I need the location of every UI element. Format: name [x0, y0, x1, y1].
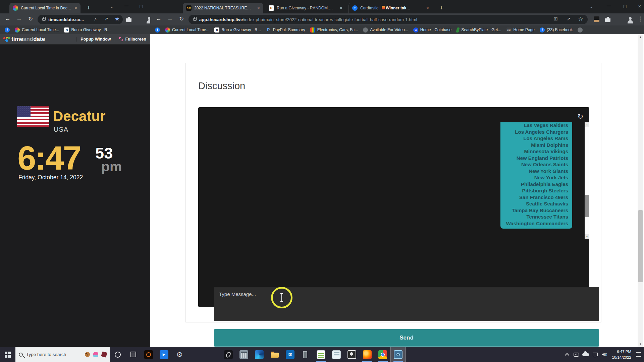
taskbar-search-box[interactable]: Type here to search	[15, 347, 110, 362]
tray-camera-icon[interactable]	[572, 347, 580, 362]
start-button[interactable]	[0, 347, 15, 362]
popup-window-button[interactable]: Popup Window	[76, 37, 115, 42]
facebook-bookmark-icon[interactable]: f	[155, 27, 160, 33]
forward-icon[interactable]: →	[15, 15, 23, 22]
forward-icon[interactable]: →	[166, 15, 174, 22]
bookmark-item[interactable]: Available For Video...	[363, 27, 408, 33]
bookmark-item[interactable]: PPayPal: Summary	[266, 27, 305, 33]
taskbar-app-libreoffice-calc[interactable]	[313, 347, 329, 362]
right-bookmarks-bar: f Current Local Time... RRun a Giveaway …	[150, 25, 644, 34]
team-row: New York Giants	[504, 168, 568, 175]
bookmark-item[interactable]: RRun a Giveaway - R...	[214, 27, 261, 33]
close-tab-icon[interactable]: ×	[426, 5, 429, 11]
taskbar-settings[interactable]: ⚙	[172, 347, 187, 362]
tab-random-org[interactable]: R Run a Giveaway - RANDOM.ORG ×	[265, 3, 346, 13]
extensions-puzzle-icon[interactable]	[126, 17, 131, 22]
taskbar-app-audio[interactable]	[221, 347, 236, 362]
share-icon[interactable]: ↗	[564, 16, 573, 21]
new-tab-button[interactable]: +	[85, 4, 93, 12]
chat-scroll-thumb[interactable]	[585, 195, 589, 217]
taskbar-app-firefox[interactable]	[360, 347, 375, 362]
extension-m-icon[interactable]	[594, 16, 599, 22]
facebook-favicon: f	[352, 5, 358, 11]
tab-facebook-cardtastic[interactable]: f Cardtastic | Winner take all | F ×	[348, 3, 432, 13]
close-tab-icon[interactable]: ×	[340, 5, 342, 11]
gear-icon: ⚙	[176, 351, 183, 359]
close-tab-icon[interactable]: ×	[74, 5, 77, 11]
team-row: New Orleans Saints	[504, 161, 568, 168]
chat-scrollbar[interactable]: ▲ ▼	[585, 122, 589, 239]
taskbar-app-chrome[interactable]	[375, 347, 390, 362]
chat-scroll-down-icon[interactable]: ▼	[585, 234, 589, 239]
close-window-icon[interactable]: ×	[635, 3, 644, 9]
tab-search-chevron-icon[interactable]: ⌄	[107, 3, 117, 9]
taskbar-app-notepad[interactable]	[329, 347, 344, 362]
scroll-down-icon[interactable]: ▼	[638, 341, 643, 347]
zoom-icon[interactable]: ⌕	[91, 16, 100, 22]
bookmark-label: Available For Video...	[370, 27, 408, 32]
taskbar-app-bluestacks[interactable]: ▶	[156, 347, 172, 362]
close-tab-icon[interactable]: ×	[257, 5, 260, 11]
message-input[interactable]: Type Message...	[214, 287, 599, 321]
cortana-button[interactable]	[110, 347, 125, 362]
cookie-emoji-icon	[85, 352, 90, 357]
new-tab-button[interactable]: +	[437, 4, 445, 12]
timeanddate-logo[interactable]: timeanddate	[11, 36, 45, 43]
team-row: Pittsburgh Steelers	[504, 187, 568, 194]
bookmark-item[interactable]: Current Local Time...	[15, 27, 59, 33]
volume-icon[interactable]: ))	[600, 347, 608, 362]
page-scrollbar[interactable]: ▲ ▼	[638, 34, 643, 347]
fullscreen-button[interactable]: Fullscreen	[115, 37, 150, 42]
minimize-icon[interactable]: —	[604, 3, 614, 8]
facebook-bookmark-icon[interactable]: f	[5, 27, 10, 33]
key-icon[interactable]: ⚿	[551, 16, 560, 22]
taskbar-app-file-explorer[interactable]	[267, 347, 282, 362]
discussion-heading: Discussion	[198, 80, 245, 92]
minimize-icon[interactable]: —	[121, 3, 131, 8]
address-bar[interactable]: app.thecardshop.live/index.php/main_stor…	[189, 15, 588, 24]
page-scroll-thumb[interactable]	[638, 210, 643, 282]
address-text: timeanddate.co...	[48, 17, 84, 22]
tab-search-chevron-icon[interactable]: ⌄	[586, 3, 596, 9]
maximize-icon[interactable]: □	[620, 3, 630, 9]
tab-timeanddate[interactable]: Current Local Time in Decatur ×	[9, 3, 80, 13]
bookmark-star-icon[interactable]: ☆	[576, 15, 585, 22]
taskbar-app-obs[interactable]	[344, 347, 360, 362]
maximize-icon[interactable]: □	[136, 3, 146, 9]
bookmark-item[interactable]: SearchByPlate - Get...	[457, 27, 501, 33]
globe-icon[interactable]	[578, 27, 583, 33]
reload-icon[interactable]: ↻	[26, 15, 35, 22]
ebay-icon	[310, 27, 315, 33]
refresh-chat-icon[interactable]: ↻	[577, 113, 583, 121]
scroll-up-icon[interactable]: ▲	[638, 34, 643, 40]
timeanddate-logo-icon	[3, 37, 10, 42]
chat-scroll-up-icon[interactable]: ▲	[585, 122, 589, 127]
tab-cardshop[interactable]: cs! 2022 NATIONAL TREASURES COL ×	[183, 3, 263, 13]
bookmark-item[interactable]: Current Local Time...	[165, 27, 209, 33]
share-icon[interactable]: ↗	[102, 16, 111, 21]
action-center-icon[interactable]	[635, 347, 643, 362]
bookmark-item[interactable]: R Run a Giveaway - R...	[64, 27, 110, 33]
task-view-button[interactable]	[125, 347, 141, 362]
bookmark-item[interactable]: Electronics, Cars, Fa...	[310, 27, 358, 33]
taskbar-app-your-phone[interactable]	[298, 347, 313, 362]
reload-icon[interactable]: ↻	[177, 15, 186, 22]
menu-dots-icon[interactable]: ⋮	[636, 15, 644, 22]
bookmark-item[interactable]: csiHome Page	[506, 27, 535, 33]
onedrive-cloud-icon[interactable]	[582, 347, 590, 362]
back-icon[interactable]: ←	[154, 15, 163, 22]
network-icon[interactable]	[591, 347, 599, 362]
extensions-puzzle-icon[interactable]	[605, 17, 610, 22]
bookmark-item[interactable]: CHome - Coinbase	[413, 27, 451, 33]
bookmark-item[interactable]: f(33) Facebook	[540, 27, 573, 33]
taskbar-app-calculator[interactable]	[236, 347, 252, 362]
bookmark-star-icon[interactable]: ★	[113, 15, 121, 22]
taskbar-app-screen-recorder-active[interactable]	[390, 347, 406, 362]
tray-chevron-icon[interactable]	[563, 347, 571, 362]
send-button[interactable]: Send	[214, 329, 599, 347]
taskbar-app-mail[interactable]: ✉	[282, 347, 298, 362]
taskbar-app-recorder-dark[interactable]	[141, 347, 156, 362]
taskbar-clock[interactable]: 6:47 PM10/14/2022	[610, 349, 633, 360]
taskbar-app-edge[interactable]	[252, 347, 267, 362]
back-icon[interactable]: ←	[3, 15, 12, 22]
